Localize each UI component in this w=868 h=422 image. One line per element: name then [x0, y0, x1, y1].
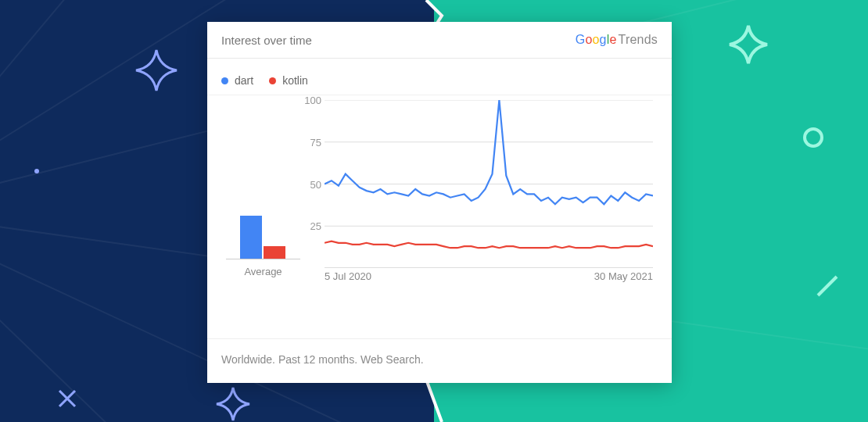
line-series-dart [325, 100, 653, 204]
bar-dart [240, 216, 262, 259]
dot-icon [33, 167, 41, 175]
trends-card: Interest over time GoogleTrends dart kot… [207, 22, 672, 383]
legend-dot-icon [221, 77, 228, 84]
legend-label: kotlin [282, 74, 308, 87]
ytick: 25 [310, 220, 321, 232]
chart-body: 100 75 50 25 Average 5 Jul 2020 30 May 2… [207, 95, 672, 330]
legend: dart kotlin [207, 59, 672, 95]
xtick-end: 30 May 2021 [594, 270, 653, 282]
legend-dot-icon [269, 77, 276, 84]
ytick: 100 [304, 95, 321, 106]
xtick-start: 5 Jul 2020 [325, 270, 371, 282]
slash-icon [812, 270, 843, 302]
legend-label: dart [235, 74, 253, 87]
google-trends-logo: GoogleTrends [576, 33, 658, 47]
legend-item-dart: dart [221, 74, 253, 87]
bar-baseline [226, 259, 300, 259]
card-header: Interest over time GoogleTrends [207, 22, 672, 59]
sparkle-icon [133, 47, 180, 94]
bar-kotlin [264, 246, 285, 259]
ytick: 75 [310, 136, 321, 148]
average-bar-chart [226, 166, 300, 259]
line-series-kotlin [325, 241, 653, 249]
average-label: Average [226, 266, 300, 277]
sparkle-icon [727, 23, 770, 66]
x-icon [56, 388, 78, 409]
gridlines [325, 100, 653, 226]
svg-point-0 [34, 169, 39, 173]
ytick: 50 [310, 178, 321, 190]
card-title: Interest over time [221, 34, 312, 47]
x-axis-ticks: 5 Jul 2020 30 May 2021 [325, 270, 653, 282]
svg-point-1 [805, 129, 822, 146]
line-chart [325, 100, 653, 268]
card-footer: Worldwide. Past 12 months. Web Search. [207, 338, 672, 383]
circle-icon [801, 125, 826, 150]
sparkle-icon [215, 386, 251, 422]
legend-item-kotlin: kotlin [269, 74, 308, 87]
